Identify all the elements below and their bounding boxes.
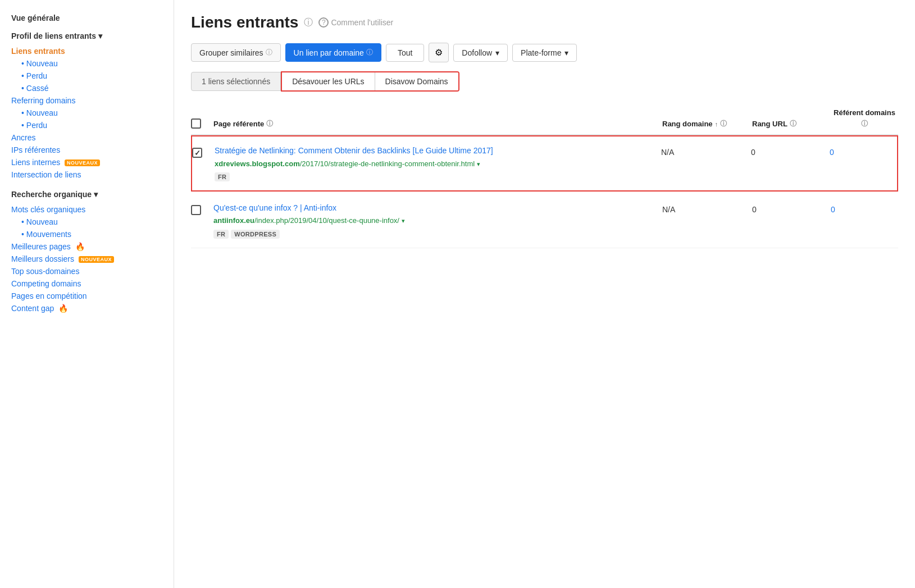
tout-button[interactable]: Tout — [386, 44, 424, 62]
row1-url-path: /2017/10/strategie-de-netlinking-comment… — [300, 159, 475, 168]
gear-icon: ⚙ — [435, 48, 443, 57]
un-lien-info-icon: ⓘ — [366, 48, 373, 57]
settings-button[interactable]: ⚙ — [429, 43, 449, 62]
sidebar-item-perdu1[interactable]: Perdu — [11, 70, 162, 82]
sidebar-item-content-gap[interactable]: Content gap 🔥 — [11, 302, 162, 314]
sidebar-item-liens-entrants[interactable]: Liens entrants — [11, 45, 162, 57]
row1-url-arrow-icon[interactable]: ▾ — [477, 161, 480, 167]
fire-icon-content-gap: 🔥 — [58, 304, 68, 313]
rang-domaine-header[interactable]: Rang domaine ↑ ⓘ — [662, 119, 752, 129]
grouper-info-icon: ⓘ — [266, 48, 272, 57]
how-to-use-link[interactable]: ? Comment l'utiliser — [318, 17, 393, 28]
referent-domains-header[interactable]: Référent domains ⓘ — [831, 108, 898, 129]
dofollow-dropdown-button[interactable]: Dofollow ▾ — [453, 44, 508, 62]
row1-page-ref: Stratégie de Netlinking: Comment Obtenir… — [215, 145, 661, 181]
sidebar-profil-liens-title[interactable]: Profil de liens entrants ▾ — [11, 31, 162, 40]
selection-count: 1 liens sélectionnés — [191, 72, 281, 91]
rang-url-header[interactable]: Rang URL ⓘ — [752, 119, 831, 129]
selection-bar: 1 liens sélectionnés Désavouer les URLs … — [191, 71, 898, 92]
meilleurs-dossiers-badge: NOUVEAUX — [79, 256, 114, 263]
sidebar-item-liens-internes[interactable]: Liens internes NOUVEAUX — [11, 156, 162, 168]
row1-tags: FR — [215, 172, 650, 181]
dofollow-arrow-icon: ▾ — [495, 48, 499, 57]
sidebar-vue-generale: Vue générale — [11, 13, 162, 22]
sidebar-item-ancres[interactable]: Ancres — [11, 131, 162, 144]
row2-tag-fr: FR — [213, 230, 229, 239]
row1-url-domain[interactable]: xdreviews.blogspot.com — [215, 159, 300, 168]
rang-domaine-info-icon: ⓘ — [720, 119, 727, 129]
desavouer-urls-button[interactable]: Désavouer les URLs — [282, 72, 375, 90]
sidebar-item-perdu2[interactable]: Perdu — [11, 119, 162, 131]
sidebar-item-casse[interactable]: Cassé — [11, 82, 162, 94]
disavow-group: Désavouer les URLs Disavow Domains — [281, 71, 459, 92]
sidebar-item-top-sous-domaines[interactable]: Top sous-domaines — [11, 265, 162, 277]
row1-title[interactable]: Stratégie de Netlinking: Comment Obtenir… — [215, 145, 650, 157]
checkmark-icon: ✓ — [194, 149, 201, 157]
question-icon: ? — [318, 17, 329, 28]
plateforme-dropdown-button[interactable]: Plate-forme ▾ — [512, 44, 577, 62]
row1-checkbox[interactable]: ✓ — [192, 148, 202, 158]
how-to-use-label: Comment l'utiliser — [331, 18, 393, 27]
sidebar-item-nouveau1[interactable]: Nouveau — [11, 57, 162, 70]
sidebar-recherche-organique-title[interactable]: Recherche organique ▾ — [11, 190, 162, 199]
table-row: ✓ Stratégie de Netlinking: Comment Obten… — [191, 135, 898, 192]
sidebar-item-mots-cles[interactable]: Mots clés organiques — [11, 203, 162, 216]
sidebar-item-nouveau2[interactable]: Nouveau — [11, 107, 162, 119]
sidebar: Vue générale Profil de liens entrants ▾ … — [0, 0, 174, 588]
sidebar-item-intersection[interactable]: Intersection de liens — [11, 168, 162, 181]
row2-checkbox-cell — [191, 203, 213, 215]
toolbar: Grouper similaires ⓘ Un lien par domaine… — [191, 43, 898, 62]
rang-url-info-icon: ⓘ — [790, 119, 796, 129]
page-title: Liens entrants — [191, 13, 298, 31]
row2-checkbox[interactable] — [191, 205, 201, 215]
sidebar-item-pages-en-competition[interactable]: Pages en compétition — [11, 290, 162, 302]
disavow-domains-button[interactable]: Disavow Domains — [375, 72, 458, 90]
row2-tags: FR WORDPRESS — [213, 230, 651, 239]
referent-domains-info-icon: ⓘ — [861, 119, 868, 129]
page-referente-header: Page référente ⓘ — [213, 119, 662, 129]
row2-rang-url: 0 — [752, 203, 831, 214]
row2-url-arrow-icon[interactable]: ▾ — [402, 217, 405, 224]
un-lien-par-domaine-button[interactable]: Un lien par domaine ⓘ — [285, 43, 381, 62]
page-header: Liens entrants ⓘ ? Comment l'utiliser — [191, 13, 898, 31]
row2-url-path: /index.php/2019/04/10/quest-ce-quune-inf… — [254, 216, 399, 225]
row2-tag-wordpress: WORDPRESS — [231, 230, 280, 239]
row1-tag-fr: FR — [215, 172, 230, 181]
rang-domaine-sort-icon: ↑ — [715, 121, 718, 127]
sidebar-item-mouvements[interactable]: Mouvements — [11, 228, 162, 240]
row2-url-domain[interactable]: antiinfox.eu — [213, 216, 254, 225]
sidebar-item-ips[interactable]: IPs référentes — [11, 144, 162, 156]
row2-title[interactable]: Qu'est-ce qu'une infox ? | Anti-infox — [213, 203, 651, 214]
sidebar-item-meilleurs-dossiers[interactable]: Meilleurs dossiers NOUVEAUX — [11, 253, 162, 265]
fire-icon-meilleures-pages: 🔥 — [75, 242, 85, 251]
select-all-checkbox[interactable] — [191, 118, 201, 129]
sidebar-item-meilleures-pages[interactable]: Meilleures pages 🔥 — [11, 240, 162, 253]
row2-rang-domaine: N/A — [662, 203, 752, 214]
main-content: Liens entrants ⓘ ? Comment l'utiliser Gr… — [174, 0, 915, 588]
row1-rang-url: 0 — [751, 145, 830, 157]
table: Page référente ⓘ Rang domaine ↑ ⓘ Rang U… — [191, 103, 898, 248]
row2-page-ref: Qu'est-ce qu'une infox ? | Anti-infox an… — [213, 203, 662, 239]
sidebar-item-nouveau3[interactable]: Nouveau — [11, 216, 162, 228]
sidebar-item-competing-domains[interactable]: Competing domains — [11, 277, 162, 290]
table-row: Qu'est-ce qu'une infox ? | Anti-infox an… — [191, 194, 898, 248]
table-header: Page référente ⓘ Rang domaine ↑ ⓘ Rang U… — [191, 103, 898, 135]
row2-url: antiinfox.eu/index.php/2019/04/10/quest-… — [213, 216, 651, 226]
row1-rang-domaine: N/A — [661, 145, 751, 157]
row1-referent-domains[interactable]: 0 — [830, 145, 897, 157]
page-title-info-icon[interactable]: ⓘ — [304, 17, 313, 29]
row1-url: xdreviews.blogspot.com/2017/10/strategie… — [215, 159, 650, 169]
grouper-similaires-button[interactable]: Grouper similaires ⓘ — [191, 43, 281, 62]
row1-checkbox-cell: ✓ — [192, 145, 215, 158]
row2-referent-domains[interactable]: 0 — [831, 203, 898, 214]
page-ref-info-icon: ⓘ — [266, 119, 273, 129]
plateforme-arrow-icon: ▾ — [565, 48, 568, 57]
liens-internes-badge: NOUVEAUX — [65, 159, 100, 166]
select-all-col — [191, 118, 213, 129]
sidebar-item-referring-domains[interactable]: Referring domains — [11, 94, 162, 107]
